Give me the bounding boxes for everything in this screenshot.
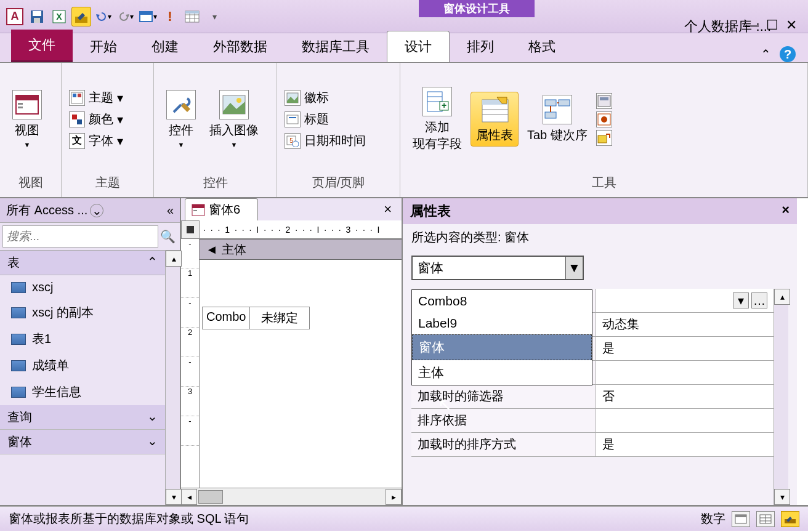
- tab-start[interactable]: 开始: [73, 31, 134, 62]
- svg-rect-26: [287, 115, 298, 124]
- search-input[interactable]: [2, 225, 158, 248]
- help-icon[interactable]: ?: [780, 46, 796, 62]
- form-icon: [192, 204, 205, 216]
- prop-close-icon[interactable]: ×: [782, 202, 790, 220]
- combo-field: 未绑定: [250, 307, 309, 329]
- app-icon[interactable]: A: [5, 7, 25, 26]
- tools-icon: [166, 90, 196, 119]
- svg-rect-52: [735, 515, 746, 517]
- scroll-right-icon[interactable]: ▸: [386, 489, 402, 505]
- prop-object-selector[interactable]: 窗体 ▼: [411, 256, 584, 280]
- tab-dbtools[interactable]: 数据库工具: [285, 31, 387, 62]
- design-view-icon[interactable]: [71, 7, 91, 26]
- svg-rect-49: [192, 204, 204, 208]
- dropdown-item[interactable]: 主体: [412, 360, 592, 385]
- nav-header[interactable]: 所有 Access ... ⌄ «: [0, 198, 180, 223]
- selector-box[interactable]: [181, 220, 200, 239]
- prop-row[interactable]: 加载时的筛选器否: [411, 385, 774, 409]
- nav-item-table1[interactable]: 表1: [0, 326, 165, 352]
- prop-row[interactable]: 加载时的排序方式是: [411, 433, 774, 457]
- form-tab[interactable]: 窗体6: [185, 198, 258, 220]
- title-button[interactable]: 标题: [285, 111, 366, 127]
- scroll-up-icon[interactable]: ▴: [774, 289, 790, 305]
- code-icon[interactable]: [596, 111, 612, 127]
- tab-design[interactable]: 设计: [387, 31, 450, 62]
- table-icon: [11, 334, 26, 345]
- svg-rect-2: [34, 18, 40, 23]
- nav-category-forms[interactable]: 窗体⌄: [0, 430, 165, 454]
- tab-external[interactable]: 外部数据: [196, 31, 285, 62]
- nav-category-tables[interactable]: 表⌃: [0, 251, 165, 275]
- close-icon[interactable]: ✕: [786, 17, 797, 33]
- datetime-button[interactable]: 5日期和时间: [285, 132, 366, 149]
- section-header[interactable]: ◄主体: [200, 239, 402, 260]
- qat-table-icon[interactable]: [182, 7, 202, 26]
- group-theme-label: 主题: [69, 172, 146, 193]
- scroll-thumb[interactable]: [198, 490, 223, 504]
- add-fields-button[interactable]: +添加 现有字段: [408, 84, 467, 155]
- font-icon: 文: [69, 133, 85, 149]
- insert-image-button[interactable]: 插入图像▼: [204, 87, 264, 151]
- dropdown-icon[interactable]: ▼: [565, 257, 583, 279]
- excel-icon[interactable]: X: [49, 7, 69, 26]
- form-close-icon[interactable]: ×: [384, 201, 392, 217]
- builder-button-icon[interactable]: …: [751, 292, 767, 308]
- nav-item-student[interactable]: 学生信息: [0, 379, 165, 405]
- subform-icon[interactable]: [596, 93, 612, 109]
- nav-collapse-icon[interactable]: «: [167, 203, 174, 217]
- tab-order-button[interactable]: Tab 键次序: [522, 92, 592, 146]
- design-surface[interactable]: Combo 未绑定: [200, 260, 402, 488]
- tab-arrange[interactable]: 排列: [450, 31, 511, 62]
- tab-file[interactable]: 文件: [11, 30, 73, 62]
- chevron-down-icon[interactable]: ⌄: [90, 204, 103, 217]
- ruler-vertical[interactable]: -1-2-3-: [181, 239, 200, 488]
- scroll-down-icon[interactable]: ▾: [166, 489, 182, 505]
- group-view-label: 视图: [7, 172, 54, 193]
- prop-row[interactable]: 排序依据: [411, 409, 774, 433]
- view-button[interactable]: 视图▼: [7, 87, 47, 151]
- form-view-icon[interactable]: [732, 511, 750, 527]
- logo-button[interactable]: 徽标: [285, 89, 366, 106]
- convert-macros-icon[interactable]: [596, 130, 612, 146]
- dropdown-item-selected[interactable]: 窗体 ↖: [412, 334, 592, 360]
- controls-button[interactable]: 控件▼: [161, 87, 201, 151]
- svg-rect-16: [18, 103, 23, 105]
- font-button[interactable]: 文字体 ▾: [69, 132, 123, 149]
- nav-item-xscj[interactable]: xscj: [0, 275, 165, 299]
- minimize-icon[interactable]: —: [745, 17, 759, 33]
- color-button[interactable]: 颜色 ▾: [69, 111, 123, 127]
- undo-icon[interactable]: ▾: [94, 7, 113, 26]
- group-tools-label: 工具: [408, 172, 800, 193]
- svg-rect-42: [545, 112, 556, 118]
- scroll-down-icon[interactable]: ▾: [774, 489, 790, 505]
- maximize-icon[interactable]: ☐: [766, 17, 778, 33]
- nav-item-grades[interactable]: 成绩单: [0, 352, 165, 379]
- tab-create[interactable]: 创建: [134, 31, 196, 62]
- nav-item-xscj-copy[interactable]: xscj 的副本: [0, 299, 165, 326]
- tab-format[interactable]: 格式: [511, 31, 573, 62]
- qat-exclaim-icon[interactable]: !: [160, 7, 180, 26]
- save-icon[interactable]: [27, 7, 47, 26]
- qat-window-icon[interactable]: ▾: [138, 7, 158, 26]
- redo-icon[interactable]: ▾: [116, 7, 135, 26]
- nav-category-queries[interactable]: 查询⌄: [0, 405, 165, 430]
- dropdown-item[interactable]: Label9: [412, 312, 592, 334]
- datasheet-view-icon[interactable]: [756, 511, 775, 527]
- ruler-horizontal[interactable]: · · · 1 · · · I · · · 2 · · · I · · · 3 …: [200, 220, 402, 239]
- dropdown-button-icon[interactable]: ▾: [733, 292, 749, 308]
- scroll-left-icon[interactable]: ◂: [181, 489, 197, 505]
- logo-icon: [285, 90, 301, 106]
- property-sheet-button[interactable]: 属性表: [471, 92, 519, 147]
- qat-more-icon[interactable]: ▾: [204, 7, 224, 26]
- svg-text:+: +: [442, 100, 446, 110]
- design-view-icon[interactable]: [781, 511, 799, 527]
- scroll-up-icon[interactable]: ▴: [166, 251, 182, 267]
- svg-rect-7: [140, 12, 152, 15]
- svg-text:X: X: [56, 12, 62, 22]
- theme-button[interactable]: 主题 ▾: [69, 89, 123, 106]
- ribbon-minimize-icon[interactable]: ⌃: [761, 47, 771, 62]
- dropdown-item[interactable]: Combo8: [412, 290, 592, 312]
- svg-rect-20: [78, 94, 81, 97]
- search-icon[interactable]: 🔍: [158, 225, 177, 248]
- combo-control[interactable]: Combo 未绑定: [202, 307, 310, 329]
